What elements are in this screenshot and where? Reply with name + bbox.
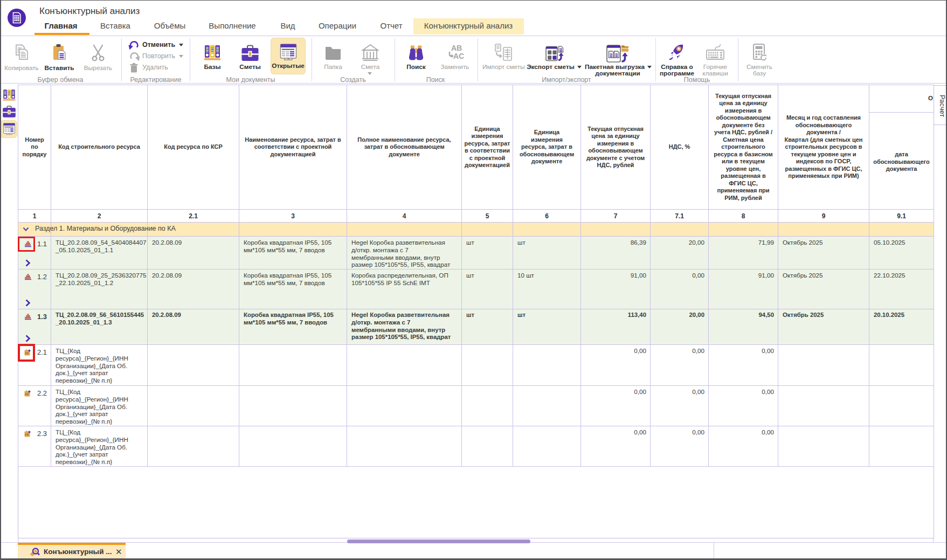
svg-text:AC: AC (453, 52, 464, 60)
svg-text:AB: AB (451, 44, 462, 52)
